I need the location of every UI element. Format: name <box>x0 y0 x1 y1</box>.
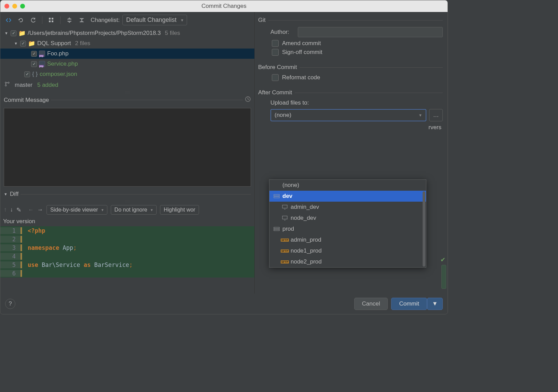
maximize-window-button[interactable] <box>20 4 25 9</box>
diff-icon[interactable] <box>4 15 13 25</box>
right-panel: Git Author: Amend commit Sign-off commit… <box>255 12 448 294</box>
checkbox[interactable] <box>272 49 279 56</box>
commit-button[interactable]: Commit <box>391 298 427 310</box>
highlight-select[interactable]: Highlight wor <box>160 205 199 215</box>
checkbox[interactable] <box>272 40 279 47</box>
expand-all-icon[interactable] <box>65 15 74 25</box>
checkbox[interactable] <box>24 71 30 77</box>
tree-file-row[interactable]: Service.php <box>0 59 254 69</box>
close-window-button[interactable] <box>4 4 9 9</box>
triangle-down-icon[interactable]: ▼ <box>4 31 9 35</box>
dropdown-item[interactable]: SFTPnode1_prod <box>269 245 426 256</box>
svg-rect-9 <box>274 197 279 198</box>
svg-rect-12 <box>274 227 279 229</box>
dropdown-item-label: prod <box>282 226 294 232</box>
svg-rect-1 <box>52 18 53 19</box>
tree-file-row[interactable]: Foo.php <box>0 49 254 59</box>
changelist-label: Changelist: <box>91 17 120 24</box>
dropdown-item[interactable]: prod <box>269 224 426 234</box>
sftp-icon: SFTP <box>282 248 288 253</box>
chevron-down-icon: ▼ <box>180 18 184 22</box>
php-file-icon <box>39 51 45 57</box>
ok-check-icon: ✔ <box>440 256 446 263</box>
cancel-button[interactable]: Cancel <box>354 298 388 310</box>
server-icon <box>282 205 288 209</box>
code-viewer[interactable]: 1<?php 2 3namespace App; 4 5use Bar\Serv… <box>0 226 254 278</box>
collapse-all-icon[interactable] <box>77 15 87 25</box>
dialog-content: Changelist: Default Changelist ▼ ▼ 📁 /Us… <box>0 12 448 294</box>
arrow-down-icon[interactable]: ↓ <box>10 206 13 213</box>
tree-root-row[interactable]: ▼ 📁 /Users/jetbrains/PhpstormProjects/Ph… <box>0 28 254 38</box>
scrollbar-track[interactable] <box>441 265 446 289</box>
commit-split-button[interactable]: ▼ <box>427 298 443 310</box>
before-commit-header: Before Commit <box>258 64 443 71</box>
svg-rect-3 <box>52 21 53 22</box>
dropdown-item-label: admin_prod <box>291 236 321 243</box>
checkbox[interactable] <box>31 51 37 57</box>
dropdown-item[interactable]: admin_dev <box>269 202 426 213</box>
php-file-icon <box>39 61 45 67</box>
reformat-row[interactable]: Reformat code <box>272 74 443 81</box>
reformat-label: Reformat code <box>282 74 320 81</box>
folder-name: DQL Support <box>37 40 71 47</box>
scrollbar[interactable] <box>423 191 425 267</box>
ignore-select[interactable]: Do not ignore▼ <box>111 205 157 215</box>
git-section-header: Git <box>258 17 443 24</box>
refresh-icon[interactable] <box>28 15 38 25</box>
chevron-down-icon: ▼ <box>101 208 104 212</box>
author-input[interactable] <box>298 27 443 37</box>
checkbox[interactable] <box>20 41 26 46</box>
code-text: <?php <box>28 227 45 234</box>
checkbox[interactable] <box>31 61 37 67</box>
folder-count: 2 files <box>75 40 90 47</box>
upload-server-select[interactable]: (none) ▼ <box>270 109 426 121</box>
checkbox[interactable] <box>272 74 279 81</box>
chevron-down-icon: ▼ <box>418 113 422 117</box>
author-label: Author: <box>270 29 294 36</box>
folder-icon: 📁 <box>18 30 26 37</box>
tree-folder-row[interactable]: ▼ 📁 DQL Support 2 files <box>0 38 254 49</box>
servers-text-clipped: rvers <box>258 124 443 131</box>
dropdown-item-label: node1_prod <box>291 247 322 254</box>
browse-button[interactable]: … <box>429 109 443 121</box>
commit-changes-dialog: Commit Changes Changelist: Default Chang… <box>0 0 448 314</box>
history-icon[interactable] <box>245 96 251 104</box>
tree-file-row[interactable]: { } composer.json <box>0 69 254 79</box>
commit-message-header: Commit Message <box>0 94 254 106</box>
arrow-up-icon[interactable]: ↑ <box>4 206 7 213</box>
chevron-down-icon: ▼ <box>150 208 154 212</box>
sftp-icon: SFTP <box>282 259 288 264</box>
file-name: Foo.php <box>47 50 68 57</box>
minimize-window-button[interactable] <box>12 4 17 9</box>
dropdown-item-label: node2_prod <box>291 258 322 265</box>
help-button[interactable]: ? <box>5 299 15 309</box>
dropdown-item[interactable]: node_dev <box>269 213 426 224</box>
changelist-select[interactable]: Default Changelist ▼ <box>122 15 187 25</box>
resize-handle[interactable]: :::: <box>0 200 254 203</box>
sftp-icon: SFTP <box>282 238 288 242</box>
amend-row[interactable]: Amend commit <box>272 40 443 47</box>
server-group-icon <box>274 227 280 231</box>
arrow-right-icon[interactable]: → <box>37 206 43 213</box>
signoff-row[interactable]: Sign-off commit <box>272 49 443 56</box>
resize-handle[interactable]: :::: <box>0 91 254 94</box>
your-version-label: Your version <box>0 217 254 226</box>
checkbox[interactable] <box>11 30 16 36</box>
dropdown-item[interactable]: (none) <box>269 180 426 191</box>
commit-message-input[interactable] <box>4 108 251 187</box>
tree-root-path: /Users/jetbrains/PhpstormProjects/PhpSto… <box>28 30 161 37</box>
dropdown-item[interactable]: SFTPadmin_prod <box>269 234 426 245</box>
triangle-down-icon[interactable]: ▼ <box>14 41 18 45</box>
svg-point-6 <box>8 82 9 83</box>
dropdown-item[interactable]: SFTPnode2_prod <box>269 256 426 267</box>
dropdown-item[interactable]: dev <box>269 191 426 202</box>
viewer-mode-select[interactable]: Side-by-side viewer▼ <box>46 205 107 215</box>
undo-icon[interactable] <box>16 15 26 25</box>
arrow-left-icon[interactable]: ← <box>28 206 34 213</box>
edit-icon[interactable]: ✎ <box>16 206 21 214</box>
server-group-icon <box>274 194 280 199</box>
group-by-icon[interactable] <box>46 15 56 25</box>
file-tree[interactable]: ▼ 📁 /Users/jetbrains/PhpstormProjects/Ph… <box>0 28 254 79</box>
triangle-down-icon[interactable]: ▼ <box>4 192 8 196</box>
diff-label: Diff <box>10 191 18 198</box>
